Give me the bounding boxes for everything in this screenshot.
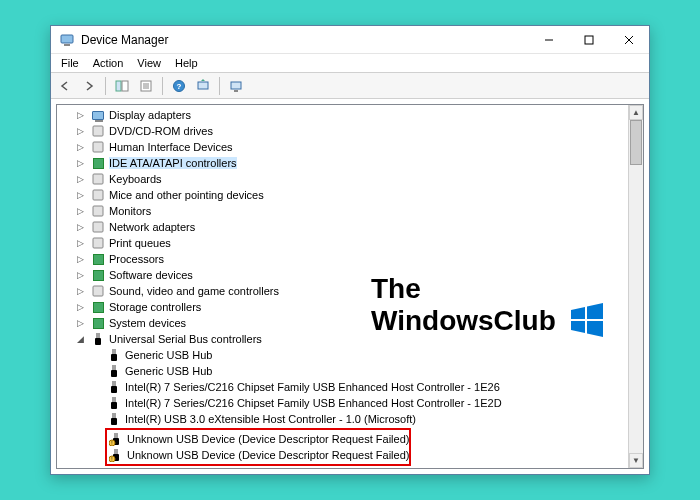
expander-collapsed-icon[interactable]: ▷ [75,254,85,264]
category-node[interactable]: ▷Print queues [71,235,643,251]
device-icon: ! [109,448,123,462]
usb-device-node[interactable]: USB Root Hub [71,467,643,468]
device-label: System devices [109,317,186,329]
category-node[interactable]: ▷Storage controllers [71,299,643,315]
device-icon [91,172,105,186]
usb-error-device-node[interactable]: !Unknown USB Device (Device Descriptor R… [107,447,409,463]
svg-rect-29 [112,365,116,370]
usb-device-node[interactable]: Generic USB Hub [71,363,643,379]
device-icon [107,412,121,426]
svg-rect-34 [111,402,117,409]
menu-file[interactable]: File [55,56,85,70]
scroll-down-icon[interactable]: ▼ [629,453,643,468]
device-label: Mice and other pointing devices [109,189,264,201]
expander-collapsed-icon[interactable]: ▷ [75,302,85,312]
svg-rect-15 [231,82,241,89]
refresh-button[interactable] [192,75,214,97]
svg-rect-1 [64,44,70,46]
menu-help[interactable]: Help [169,56,204,70]
category-node[interactable]: ▷Mice and other pointing devices [71,187,643,203]
device-icon [91,124,105,138]
category-usb[interactable]: ◢Universal Serial Bus controllers [71,331,643,347]
svg-rect-28 [111,354,117,361]
expander-collapsed-icon[interactable]: ▷ [75,190,85,200]
category-node[interactable]: ▷Software devices [71,267,643,283]
show-hide-button[interactable] [111,75,133,97]
svg-rect-41 [114,449,118,454]
svg-text:!: ! [111,456,112,462]
device-manager-window: Device Manager File Action View Help ? ▷… [50,25,650,475]
app-icon [59,32,75,48]
expander-collapsed-icon[interactable]: ▷ [75,206,85,216]
tree-container: ▷Display adapters▷DVD/CD-ROM drives▷Huma… [56,104,644,469]
properties-button[interactable] [135,75,157,97]
usb-device-node[interactable]: Intel(R) USB 3.0 eXtensible Host Control… [71,411,643,427]
separator [105,77,106,95]
svg-rect-18 [93,142,103,152]
svg-rect-33 [112,397,116,402]
error-highlight-box: !Unknown USB Device (Device Descriptor R… [105,428,411,466]
maximize-button[interactable] [569,26,609,54]
expander-collapsed-icon[interactable]: ▷ [75,110,85,120]
device-icon [107,364,121,378]
expander-collapsed-icon[interactable]: ▷ [75,222,85,232]
minimize-button[interactable] [529,26,569,54]
category-node[interactable]: ▷Sound, video and game controllers [71,283,643,299]
expander-collapsed-icon[interactable]: ▷ [75,286,85,296]
titlebar[interactable]: Device Manager [51,26,649,54]
device-label: Storage controllers [109,301,201,313]
scan-button[interactable] [225,75,247,97]
content-area: ▷Display adapters▷DVD/CD-ROM drives▷Huma… [51,99,649,474]
usb-error-device-node[interactable]: !Unknown USB Device (Device Descriptor R… [107,431,409,447]
category-node[interactable]: ▷System devices [71,315,643,331]
usb-device-node[interactable]: Generic USB Hub [71,347,643,363]
expander-expanded-icon[interactable]: ◢ [75,334,85,344]
category-node[interactable]: ▷Display adapters [71,107,643,123]
category-node[interactable]: ▷Processors [71,251,643,267]
category-node[interactable]: ▷DVD/CD-ROM drives [71,123,643,139]
usb-device-node[interactable]: Intel(R) 7 Series/C216 Chipset Family US… [71,379,643,395]
svg-rect-27 [112,349,116,354]
category-node[interactable]: ▷IDE ATA/ATAPI controllers [71,155,643,171]
svg-rect-26 [95,338,101,345]
category-node[interactable]: ▷Monitors [71,203,643,219]
scroll-thumb[interactable] [630,120,642,165]
expander-collapsed-icon[interactable]: ▷ [75,126,85,136]
expander-collapsed-icon[interactable]: ▷ [75,142,85,152]
menu-view[interactable]: View [131,56,167,70]
category-node[interactable]: ▷Keyboards [71,171,643,187]
device-label: Display adapters [109,109,191,121]
expander-collapsed-icon[interactable]: ▷ [75,238,85,248]
scroll-track[interactable] [629,120,643,453]
device-label: Monitors [109,205,151,217]
device-label: Unknown USB Device (Device Descriptor Re… [127,433,409,445]
device-label: Network adapters [109,221,195,233]
svg-rect-37 [114,433,118,438]
usb-device-node[interactable]: Intel(R) 7 Series/C216 Chipset Family US… [71,395,643,411]
svg-rect-32 [111,386,117,393]
device-icon [91,140,105,154]
expander-collapsed-icon[interactable]: ▷ [75,174,85,184]
device-icon [91,252,105,266]
device-tree[interactable]: ▷Display adapters▷DVD/CD-ROM drives▷Huma… [57,105,643,468]
expander-collapsed-icon[interactable]: ▷ [75,158,85,168]
separator [219,77,220,95]
device-label: Intel(R) 7 Series/C216 Chipset Family US… [125,397,502,409]
help-button[interactable]: ? [168,75,190,97]
menu-action[interactable]: Action [87,56,130,70]
device-label: Software devices [109,269,193,281]
svg-rect-17 [93,126,103,136]
device-label: Generic USB Hub [125,349,212,361]
back-button[interactable] [54,75,76,97]
scroll-up-icon[interactable]: ▲ [629,105,643,120]
svg-rect-25 [96,333,100,338]
close-button[interactable] [609,26,649,54]
device-icon [107,396,121,410]
expander-collapsed-icon[interactable]: ▷ [75,318,85,328]
category-node[interactable]: ▷Human Interface Devices [71,139,643,155]
expander-collapsed-icon[interactable]: ▷ [75,270,85,280]
vertical-scrollbar[interactable]: ▲ ▼ [628,105,643,468]
forward-button[interactable] [78,75,100,97]
category-node[interactable]: ▷Network adapters [71,219,643,235]
device-icon [91,332,105,346]
